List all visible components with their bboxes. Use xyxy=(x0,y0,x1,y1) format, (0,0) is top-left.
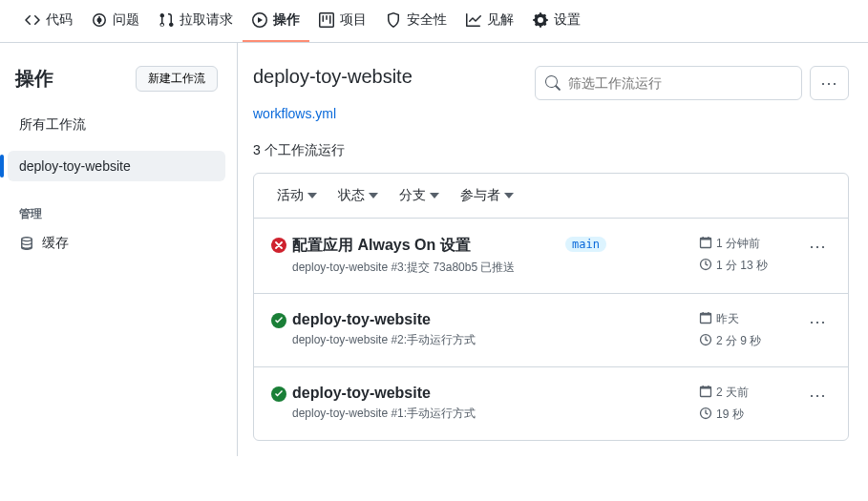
run-title: deploy-toy-website xyxy=(292,385,565,402)
run-title: deploy-toy-website xyxy=(292,311,565,328)
stopwatch-icon xyxy=(699,333,712,349)
gear-icon xyxy=(533,12,548,28)
run-menu-button[interactable]: ⋯ xyxy=(809,311,827,332)
sidebar: 操作 新建工作流 所有工作流 deploy-toy-website 管理 缓存 xyxy=(0,43,237,456)
caret-down-icon xyxy=(369,191,378,200)
check-circle-icon xyxy=(271,313,292,331)
content: deploy-toy-website ⋯ workflows.yml 3 个工作… xyxy=(237,43,868,456)
nav-projects[interactable]: 项目 xyxy=(309,0,376,42)
run-title: 配置应用 Always On 设置 xyxy=(292,236,565,256)
filter-actor[interactable]: 参与者 xyxy=(455,187,519,204)
run-duration: 2 分 9 秒 xyxy=(699,333,804,349)
new-workflow-button[interactable]: 新建工作流 xyxy=(136,66,218,92)
pull-icon xyxy=(159,12,174,28)
run-time: 2 天前 xyxy=(699,385,804,401)
calendar-icon xyxy=(699,311,712,327)
search-input[interactable] xyxy=(568,75,792,91)
run-time: 1 分钟前 xyxy=(699,236,804,252)
run-subtitle: deploy-toy-website #2:手动运行方式 xyxy=(292,332,565,348)
run-branch: main xyxy=(565,236,699,252)
check-circle-icon xyxy=(271,386,292,405)
nav-pulls[interactable]: 拉取请求 xyxy=(149,0,243,42)
search-input-wrap[interactable] xyxy=(535,66,802,100)
run-duration: 19 秒 xyxy=(699,407,804,423)
filter-row: 活动 状态 分支 参与者 xyxy=(254,174,848,219)
sidebar-workflow-deploy[interactable]: deploy-toy-website xyxy=(8,151,225,181)
run-time: 昨天 xyxy=(699,311,804,327)
run-row[interactable]: deploy-toy-websitedeploy-toy-website #1:… xyxy=(254,367,848,440)
nav-code[interactable]: 代码 xyxy=(15,0,82,42)
filter-status[interactable]: 状态 xyxy=(332,187,384,204)
project-icon xyxy=(319,12,334,28)
calendar-icon xyxy=(699,385,712,401)
run-count: 3 个工作流运行 xyxy=(253,142,849,159)
run-menu-button[interactable]: ⋯ xyxy=(809,236,827,257)
run-row[interactable]: deploy-toy-websitedeploy-toy-website #2:… xyxy=(254,294,848,367)
run-subtitle: deploy-toy-website #3:提交 73a80b5 已推送 xyxy=(292,260,565,276)
run-duration: 1 分 13 秒 xyxy=(699,258,804,274)
stopwatch-icon xyxy=(699,258,712,274)
workflow-menu-button[interactable]: ⋯ xyxy=(810,66,849,100)
search-icon xyxy=(545,75,561,91)
shield-icon xyxy=(386,12,401,28)
run-menu-button[interactable]: ⋯ xyxy=(809,385,827,406)
nav-security[interactable]: 安全性 xyxy=(376,0,456,42)
nav-issues[interactable]: 问题 xyxy=(82,0,149,42)
caret-down-icon xyxy=(307,191,317,200)
filter-activity[interactable]: 活动 xyxy=(271,187,323,204)
caret-down-icon xyxy=(430,191,439,200)
runs-list: 活动 状态 分支 参与者 配置应用 Always On 设置deploy-toy… xyxy=(253,173,849,441)
top-nav: 代码 问题 拉取请求 操作 项目 安全性 见解 设置 xyxy=(0,0,868,43)
nav-settings[interactable]: 设置 xyxy=(523,0,590,42)
caret-down-icon xyxy=(504,191,514,200)
x-circle-icon xyxy=(271,238,292,256)
sidebar-management-heading: 管理 xyxy=(8,200,225,228)
stopwatch-icon xyxy=(699,407,712,423)
workflow-title: deploy-toy-website xyxy=(253,66,413,88)
graph-icon xyxy=(466,12,481,28)
workflow-yml-link[interactable]: workflows.yml xyxy=(253,106,336,121)
sidebar-title: 操作 xyxy=(15,66,53,92)
run-subtitle: deploy-toy-website #1:手动运行方式 xyxy=(292,406,565,422)
code-icon xyxy=(25,12,40,28)
kebab-icon: ⋯ xyxy=(820,73,838,93)
filter-branch[interactable]: 分支 xyxy=(393,187,445,204)
issue-icon xyxy=(92,12,107,28)
calendar-icon xyxy=(699,236,712,252)
sidebar-cache[interactable]: 缓存 xyxy=(8,228,225,259)
database-icon xyxy=(19,236,34,251)
nav-insights[interactable]: 见解 xyxy=(456,0,523,42)
run-row[interactable]: 配置应用 Always On 设置deploy-toy-website #3:提… xyxy=(254,219,848,294)
nav-actions[interactable]: 操作 xyxy=(243,0,309,42)
play-icon xyxy=(252,12,267,28)
branch-pill[interactable]: main xyxy=(565,237,606,252)
sidebar-all-workflows[interactable]: 所有工作流 xyxy=(8,109,225,141)
svg-point-0 xyxy=(97,18,102,23)
